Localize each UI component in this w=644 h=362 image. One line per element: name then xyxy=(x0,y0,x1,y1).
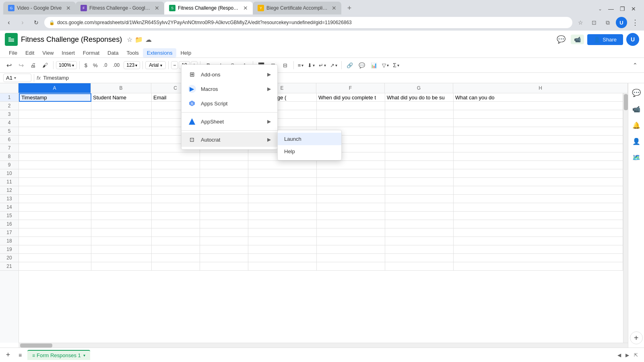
menu-item-autocrat[interactable]: ⊡ Autocrat ▶ Launch Help xyxy=(182,132,277,147)
sidebar-meet-button[interactable]: 📹 xyxy=(630,103,643,115)
cell-ref-box[interactable]: A1 ▾ xyxy=(3,74,31,82)
row-num-7[interactable]: 7 xyxy=(0,144,19,152)
row-num-13[interactable]: 13 xyxy=(0,195,19,203)
cell-g1[interactable]: What did you do to be su xyxy=(385,93,454,102)
merge-cells-button[interactable]: ⊟ xyxy=(280,60,291,71)
sidebar-people-button[interactable]: 👤 xyxy=(630,135,643,148)
row-num-21[interactable]: 21 xyxy=(0,262,19,271)
tab-forms[interactable]: F Fitness Challenge - Google Form... ✕ xyxy=(76,2,164,14)
col-header-f[interactable]: F xyxy=(316,83,385,93)
menu-insert[interactable]: Insert xyxy=(58,48,79,58)
row-num-19[interactable]: 19 xyxy=(0,245,19,254)
menu-item-apps-script[interactable]: S Apps Script xyxy=(182,96,277,111)
dec0-button[interactable]: .0 xyxy=(101,62,110,69)
menu-format[interactable]: Format xyxy=(79,48,103,58)
tab-beige-close[interactable]: ✕ xyxy=(332,5,336,11)
row-num-4[interactable]: 4 xyxy=(0,119,19,127)
undo-button[interactable]: ↩ xyxy=(3,60,14,71)
tab-sheets-close[interactable]: ✕ xyxy=(243,5,248,11)
currency-button[interactable]: $ xyxy=(82,62,90,69)
scroll-right-button[interactable]: ▶ xyxy=(623,351,631,359)
sidebar-notifications-button[interactable]: 🔔 xyxy=(630,119,643,132)
address-box[interactable]: 🔒 docs.google.com/spreadsheets/d/1WknZR6… xyxy=(44,17,572,28)
percent-button[interactable]: % xyxy=(91,62,100,69)
sidebar-add-button[interactable]: + xyxy=(630,331,643,344)
paint-format-button[interactable]: 🖌 xyxy=(39,60,51,71)
new-tab-button[interactable]: + xyxy=(343,2,356,14)
star-icon[interactable]: ☆ xyxy=(127,36,132,43)
folder-icon[interactable]: 📁 xyxy=(135,36,143,43)
num-format-control[interactable]: 123 ▾ xyxy=(124,61,140,69)
dec1-button[interactable]: .00 xyxy=(111,62,122,69)
profile-button[interactable]: U xyxy=(616,17,627,28)
sheet-tab-form-responses[interactable]: ≡ Form Responses 1 ▾ xyxy=(27,350,90,360)
menu-tools[interactable]: Tools xyxy=(122,48,142,58)
cell-a1[interactable]: Timestamp xyxy=(19,93,91,102)
chart-button[interactable]: 📊 xyxy=(368,60,380,71)
row-num-14[interactable]: 14 xyxy=(0,203,19,212)
menu-item-macros[interactable]: ▶ Macros ▶ xyxy=(182,82,277,96)
row-num-10[interactable]: 10 xyxy=(0,169,19,178)
cast-button[interactable]: ⊡ xyxy=(588,17,600,28)
font-size-control[interactable]: − xyxy=(171,61,178,69)
menu-data[interactable]: Data xyxy=(103,48,122,58)
menu-item-addons[interactable]: ⊞ Add-ons ▶ xyxy=(182,67,277,82)
meet-button[interactable]: 📹 xyxy=(571,35,584,44)
sidebar-comments-button[interactable]: 💬 xyxy=(630,86,643,99)
cell-b1[interactable]: Student Name xyxy=(91,93,152,102)
maximize-button[interactable]: ❐ xyxy=(617,3,628,14)
minimize-button[interactable]: — xyxy=(605,3,617,14)
tab-forms-close[interactable]: ✕ xyxy=(155,5,159,11)
share-button[interactable]: 👤 Share xyxy=(587,34,623,45)
menu-item-appsheet[interactable]: AppSheet ▶ xyxy=(182,114,277,129)
menu-extensions[interactable]: Extensions xyxy=(143,48,177,58)
scroll-left-button[interactable]: ◀ xyxy=(615,351,623,359)
sheet-list-button[interactable]: ≡ xyxy=(15,350,25,360)
menu-view[interactable]: View xyxy=(38,48,58,58)
row-num-8[interactable]: 8 xyxy=(0,152,19,161)
tab-drive[interactable]: G Video - Google Drive ✕ xyxy=(3,2,76,14)
functions-button[interactable]: Σ▾ xyxy=(391,61,401,69)
comment-add-button[interactable]: 💬 xyxy=(356,60,367,71)
col-header-b[interactable]: B xyxy=(91,83,151,93)
row-num-15[interactable]: 15 xyxy=(0,212,19,220)
font-family-control[interactable]: Arial▾ xyxy=(145,61,166,69)
bookmark-button[interactable]: ☆ xyxy=(575,17,586,28)
redo-button[interactable]: ↪ xyxy=(15,60,27,71)
row-num-20[interactable]: 20 xyxy=(0,254,19,262)
menu-dots-button[interactable]: ⋮ xyxy=(630,17,641,28)
refresh-button[interactable]: ↻ xyxy=(31,17,42,28)
filter-button[interactable]: ▽▾ xyxy=(380,62,390,69)
expand-sheet-button[interactable]: ⇱ xyxy=(631,350,641,360)
tab-drive-close[interactable]: ✕ xyxy=(66,5,71,11)
back-button[interactable]: ‹ xyxy=(3,17,14,28)
align-button[interactable]: ≡▾ xyxy=(296,62,305,69)
menu-file[interactable]: File xyxy=(5,48,21,58)
formula-input[interactable] xyxy=(43,75,641,81)
row-num-16[interactable]: 16 xyxy=(0,220,19,228)
close-window-button[interactable]: ✕ xyxy=(628,3,639,14)
row-num-3[interactable]: 3 xyxy=(0,110,19,119)
tab-expand-button[interactable]: ⌄ xyxy=(595,4,605,13)
vertical-scrollbar[interactable] xyxy=(623,93,628,343)
col-header-a[interactable]: A xyxy=(19,83,91,93)
row-num-18[interactable]: 18 xyxy=(0,237,19,245)
menu-edit[interactable]: Edit xyxy=(21,48,38,58)
wrap-button[interactable]: ↵▾ xyxy=(317,62,328,69)
row-num-17[interactable]: 17 xyxy=(0,228,19,237)
valign-button[interactable]: ⬇▾ xyxy=(306,62,316,69)
add-sheet-button[interactable]: + xyxy=(3,350,13,360)
row-num-12[interactable]: 12 xyxy=(0,186,19,195)
col-header-g[interactable]: G xyxy=(385,83,453,93)
row-num-2[interactable]: 2 xyxy=(0,102,19,110)
forward-button[interactable]: › xyxy=(17,17,28,28)
zoom-control[interactable]: 100% ▾ xyxy=(56,61,77,69)
link-button[interactable]: 🔗 xyxy=(344,60,355,71)
tab-beige[interactable]: Y Biege Certificate Accomplishmen... ✕ xyxy=(253,2,341,14)
cloud-icon[interactable]: ☁ xyxy=(145,36,152,43)
sidebar-maps-button[interactable]: 🗺️ xyxy=(630,151,643,164)
toolbar-collapse-button[interactable]: ⌃ xyxy=(630,60,641,71)
tab-sheets[interactable]: S Fitness Challenge (Responses) -... ✕ xyxy=(164,2,253,14)
row-num-11[interactable]: 11 xyxy=(0,178,19,186)
row-num-9[interactable]: 9 xyxy=(0,161,19,169)
